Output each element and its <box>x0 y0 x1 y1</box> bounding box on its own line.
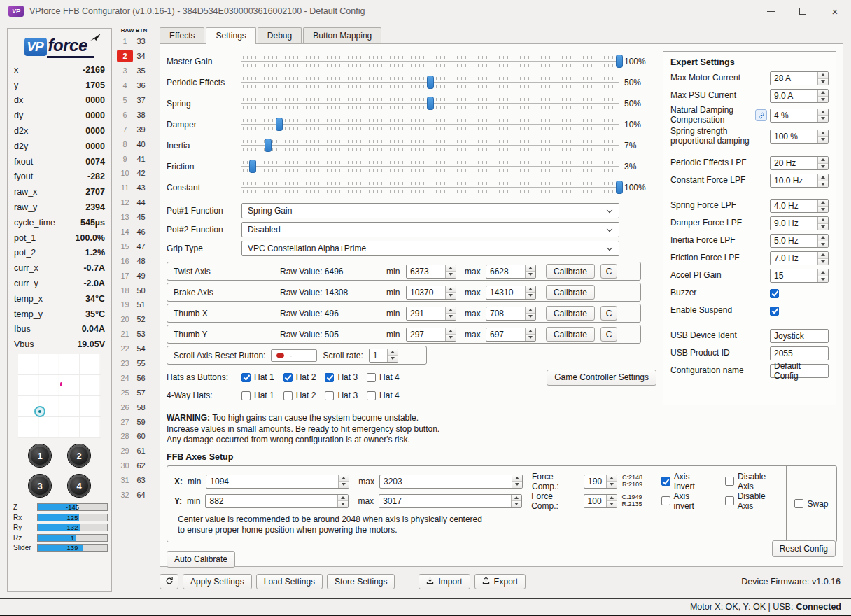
link-icon[interactable] <box>755 109 767 121</box>
min-spinner[interactable]: 297 <box>406 328 456 342</box>
spin-buttons[interactable] <box>817 174 828 187</box>
slider-thumb[interactable] <box>265 139 272 152</box>
spin-buttons[interactable] <box>445 265 456 278</box>
hat-checkbox[interactable]: Hat 3 <box>325 372 358 382</box>
reset-config-button[interactable]: Reset Config <box>772 540 836 557</box>
tab[interactable]: Button Mapping <box>303 27 381 43</box>
spin-down-icon[interactable] <box>607 482 617 488</box>
spin-buttons[interactable] <box>525 328 535 341</box>
setting-spinner[interactable]: 100 % <box>770 130 829 144</box>
spin-buttons[interactable] <box>445 286 456 299</box>
slider-track[interactable] <box>241 138 619 153</box>
setting-spinner[interactable]: 10.0 Hz <box>770 174 829 188</box>
spin-buttons[interactable] <box>817 157 828 169</box>
tab[interactable]: Settings <box>206 27 255 44</box>
spin-down-icon[interactable] <box>446 335 456 341</box>
spin-down-icon[interactable] <box>818 224 828 230</box>
min-spinner[interactable]: 291 <box>406 307 456 321</box>
spin-down-icon[interactable] <box>512 482 522 488</box>
spin-down-icon[interactable] <box>818 79 828 85</box>
setting-spinner[interactable]: 15 <box>770 269 829 283</box>
setting-text-input[interactable]: Joystick <box>770 329 829 343</box>
spin-buttons[interactable] <box>511 495 521 507</box>
slider-thumb[interactable] <box>616 181 623 194</box>
spin-down-icon[interactable] <box>818 259 828 265</box>
calibrate-button[interactable]: Calibrate <box>546 264 595 279</box>
max-spinner[interactable]: 708 <box>486 307 536 321</box>
spin-buttons[interactable] <box>606 495 617 507</box>
slider-thumb[interactable] <box>276 118 283 131</box>
spin-down-icon[interactable] <box>526 272 535 278</box>
import-button[interactable]: Import <box>419 574 470 589</box>
spin-buttons[interactable] <box>817 90 828 102</box>
calibrate-button[interactable]: Calibrate <box>546 285 595 300</box>
setting-spinner[interactable]: 28 A <box>770 71 829 85</box>
spin-up-icon[interactable] <box>446 328 456 335</box>
spin-up-icon[interactable] <box>526 265 535 272</box>
spin-buttons[interactable] <box>817 217 828 230</box>
spin-up-icon[interactable] <box>818 109 828 116</box>
disable-axis-checkbox[interactable]: Disable Axis <box>725 491 779 511</box>
hat-checkbox[interactable]: Hat 3 <box>325 391 358 400</box>
spin-buttons[interactable] <box>445 307 456 320</box>
setting-spinner[interactable]: 7.0 Hz <box>770 251 829 265</box>
dropdown-select[interactable]: Disabled <box>241 222 619 237</box>
maximize-button[interactable] <box>787 0 819 22</box>
tab[interactable]: Debug <box>258 27 302 43</box>
hat-checkbox[interactable]: Hat 1 <box>241 391 274 400</box>
setting-spinner[interactable]: 20 Hz <box>770 156 829 170</box>
spin-buttons[interactable] <box>337 495 348 507</box>
slider-track[interactable] <box>241 180 619 195</box>
spin-up-icon[interactable] <box>818 270 828 276</box>
spin-up-icon[interactable] <box>388 349 398 356</box>
apply-settings-button[interactable]: Apply Settings <box>183 574 252 589</box>
spin-up-icon[interactable] <box>818 200 828 206</box>
setting-spinner[interactable]: 9.0 Hz <box>770 216 829 230</box>
spin-up-icon[interactable] <box>339 475 349 482</box>
minimize-button[interactable] <box>754 0 787 22</box>
spin-up-icon[interactable] <box>818 130 828 137</box>
setting-text-input[interactable]: Default Config <box>770 364 829 378</box>
spin-down-icon[interactable] <box>446 314 456 320</box>
spin-buttons[interactable] <box>817 72 828 85</box>
spin-buttons[interactable] <box>387 349 398 362</box>
disable-axis-checkbox[interactable]: Disable Axis <box>725 472 779 491</box>
spin-down-icon[interactable] <box>818 206 828 213</box>
spin-up-icon[interactable] <box>512 495 521 502</box>
max-spinner[interactable]: 6628 <box>486 265 536 279</box>
force-comp-spinner[interactable]: 100 <box>584 494 617 508</box>
c-button[interactable]: C <box>600 327 617 342</box>
spin-up-icon[interactable] <box>818 174 828 181</box>
export-button[interactable]: Export <box>474 574 526 589</box>
spin-buttons[interactable] <box>525 265 535 278</box>
slider-track[interactable] <box>241 117 619 132</box>
setting-spinner[interactable]: 5.0 Hz <box>770 234 829 248</box>
spin-down-icon[interactable] <box>818 241 828 248</box>
slider-thumb[interactable] <box>427 76 434 89</box>
slider-track[interactable] <box>241 75 619 90</box>
spin-down-icon[interactable] <box>446 272 456 278</box>
spin-up-icon[interactable] <box>446 307 456 314</box>
spin-buttons[interactable] <box>817 200 828 212</box>
spin-up-icon[interactable] <box>607 495 617 502</box>
hat-checkbox[interactable]: Hat 1 <box>241 372 274 382</box>
spin-up-icon[interactable] <box>818 72 828 79</box>
scroll-rate-spinner[interactable]: 1 <box>369 349 398 363</box>
spin-buttons[interactable] <box>817 130 828 143</box>
spin-up-icon[interactable] <box>526 328 535 335</box>
slider-thumb[interactable] <box>616 55 623 68</box>
spin-down-icon[interactable] <box>818 276 828 283</box>
spin-up-icon[interactable] <box>818 234 828 241</box>
spin-down-icon[interactable] <box>512 501 521 507</box>
force-comp-spinner[interactable]: 190 <box>584 475 617 489</box>
setting-spinner[interactable]: 9.0 A <box>770 89 829 103</box>
spin-down-icon[interactable] <box>607 501 617 507</box>
spin-up-icon[interactable] <box>338 495 348 502</box>
hat-checkbox[interactable]: Hat 2 <box>283 391 316 400</box>
spin-buttons[interactable] <box>817 234 828 247</box>
spin-down-icon[interactable] <box>338 501 348 507</box>
dropdown-select[interactable]: VPC Constellation Alpha+Prime <box>241 241 619 256</box>
setting-checkbox[interactable] <box>770 307 779 316</box>
auto-calibrate-button[interactable]: Auto Calibrate <box>167 551 235 568</box>
slider-track[interactable] <box>241 54 619 69</box>
